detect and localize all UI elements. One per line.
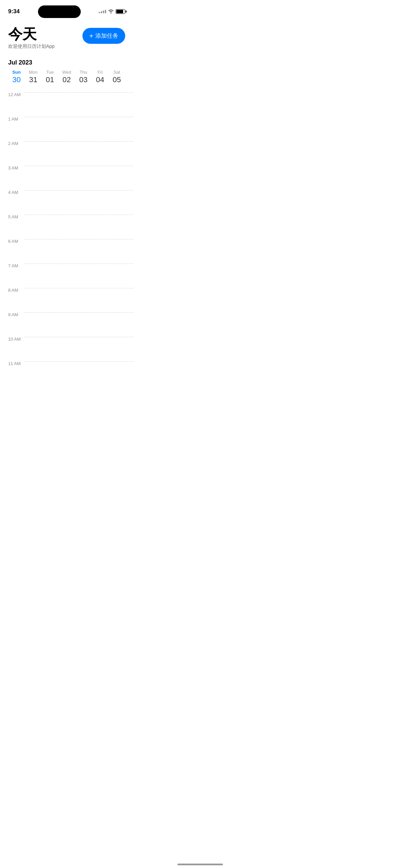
day-col-tue[interactable]: Tue01 <box>42 70 58 84</box>
day-name: Fri <box>97 70 102 75</box>
time-label: 5 AM <box>0 215 24 219</box>
day-col-mon[interactable]: Mon31 <box>25 70 41 84</box>
day-number: 01 <box>46 75 54 84</box>
time-divider <box>24 92 133 93</box>
status-icons <box>99 9 125 14</box>
battery-icon <box>116 9 125 14</box>
day-col-wed[interactable]: Wed02 <box>58 70 75 84</box>
day-col-sat[interactable]: Sat05 <box>109 70 125 84</box>
time-divider <box>24 264 133 264</box>
page-title: 今天 <box>8 26 82 42</box>
time-label: 3 AM <box>0 166 24 170</box>
day-number: 04 <box>96 75 104 84</box>
time-row: 10 AM <box>0 337 133 361</box>
time-divider <box>24 312 133 313</box>
time-label: 1 AM <box>0 117 24 121</box>
day-col-fri[interactable]: Fri04 <box>92 70 108 84</box>
add-task-button[interactable]: + 添加任务 <box>82 28 125 44</box>
time-divider <box>24 190 133 191</box>
day-col-thu[interactable]: Thu03 <box>75 70 92 84</box>
time-row: 11 AM <box>0 361 133 378</box>
day-name: Sun <box>12 70 21 75</box>
day-name: Tue <box>46 70 54 75</box>
time-divider <box>24 337 133 337</box>
day-number: 31 <box>29 75 37 84</box>
time-divider <box>24 239 133 239</box>
time-row: 9 AM <box>0 312 133 337</box>
day-name: Sat <box>114 70 120 75</box>
time-label: 8 AM <box>0 288 24 292</box>
time-label: 9 AM <box>0 312 24 317</box>
time-divider <box>24 166 133 166</box>
time-row: 6 AM <box>0 239 133 264</box>
calendar-section: Jul 2023 Sun30Mon31Tue01Wed02Thu03Fri04S… <box>0 54 133 84</box>
time-label: 4 AM <box>0 190 24 195</box>
page-header: 今天 欢迎使用日历计划App + 添加任务 <box>0 18 133 54</box>
day-number: 03 <box>79 75 88 84</box>
day-name: Wed <box>62 70 71 75</box>
dynamic-island <box>38 5 81 18</box>
time-label: 2 AM <box>0 141 24 146</box>
time-row: 12 AM <box>0 92 133 117</box>
signal-icon <box>99 10 106 13</box>
time-row: 5 AM <box>0 215 133 239</box>
time-row: 4 AM <box>0 190 133 215</box>
day-number: 02 <box>62 75 71 84</box>
header-left: 今天 欢迎使用日历计划App <box>8 26 82 50</box>
status-time: 9:34 <box>8 8 20 15</box>
add-task-label: 添加任务 <box>95 32 118 40</box>
time-divider <box>24 288 133 288</box>
time-row: 2 AM <box>0 141 133 166</box>
day-number: 05 <box>113 75 121 84</box>
time-row: 1 AM <box>0 117 133 141</box>
day-name: Thu <box>80 70 87 75</box>
time-row: 8 AM <box>0 288 133 312</box>
time-row: 7 AM <box>0 264 133 288</box>
day-name: Mon <box>29 70 37 75</box>
time-divider <box>24 361 133 362</box>
day-number: 30 <box>12 75 20 84</box>
time-divider <box>24 141 133 142</box>
wifi-icon <box>108 9 114 14</box>
time-divider <box>24 215 133 215</box>
time-divider <box>24 117 133 117</box>
time-label: 12 AM <box>0 92 24 97</box>
time-grid: 12 AM1 AM2 AM3 AM4 AM5 AM6 AM7 AM8 AM9 A… <box>0 92 133 378</box>
time-label: 6 AM <box>0 239 24 243</box>
time-row: 3 AM <box>0 166 133 190</box>
week-header: Sun30Mon31Tue01Wed02Thu03Fri04Sat05 <box>8 70 125 84</box>
time-label: 10 AM <box>0 337 24 341</box>
time-label: 11 AM <box>0 361 24 366</box>
day-col-sun[interactable]: Sun30 <box>8 70 25 84</box>
plus-icon: + <box>89 33 93 39</box>
time-label: 7 AM <box>0 264 24 268</box>
month-year-label: Jul 2023 <box>8 59 125 66</box>
page-subtitle: 欢迎使用日历计划App <box>8 43 82 50</box>
status-bar: 9:34 <box>0 0 133 18</box>
